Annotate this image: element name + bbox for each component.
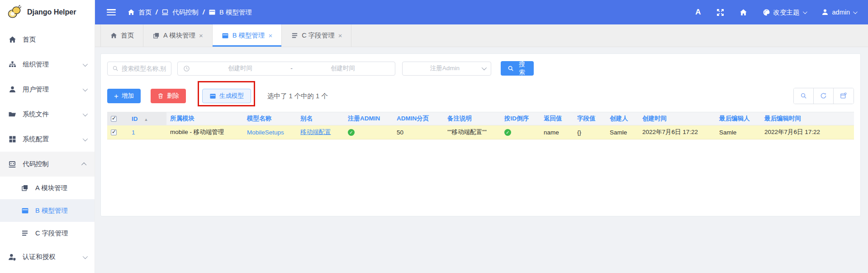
header-last-editor[interactable]: 最后编辑人 [716,112,761,125]
delete-button-label: 删除 [167,92,179,100]
table-refresh-button[interactable] [814,88,834,104]
select-all-cell [107,112,128,125]
chevron-down-icon [83,86,88,91]
columns-icon [840,92,847,100]
tab-bar: 首页 A 模块管理 B 模型管理 C 字段管理 [95,24,868,47]
fullscreen-button[interactable] [716,9,724,16]
tab-field-c[interactable]: C 字段管理 [282,24,351,47]
tab-label: B 模型管理 [232,31,265,40]
row-field-value: {} [574,125,606,139]
header-return-value[interactable]: 返回值 [540,112,574,125]
sidebar-item-label: C 字段管理 [35,229,68,238]
model-list-card: 创建时间 - 创建时间 注册Admin 搜索 [100,53,861,216]
table-header-row: ID▲ 所属模块 模型名称 别名 注册ADMIN ADMIN分页 备注说明 按I… [107,112,854,125]
theme-dropdown[interactable]: 改变主题 [763,8,806,17]
table-tools-group [793,88,854,104]
tab-module-a[interactable]: A 模块管理 [143,24,213,47]
table-row[interactable]: 1 mobile - 移动端管理 MobileSetups 移动端配置 50 "… [107,125,854,139]
row-checkbox[interactable] [111,129,117,135]
sidebar-item-auth[interactable]: 认证和授权 [0,244,95,269]
row-remark: ""移动端配置"" [444,125,501,139]
main-area: 首页 / 代码控制 / B 模型管理 A [95,0,868,273]
copy-icon [152,32,160,39]
header-order-desc[interactable]: 按ID倒序 [501,112,540,125]
breadcrumb-separator: / [203,9,204,16]
row-order-desc [501,125,540,139]
sidebar-item-home[interactable]: 首页 [0,27,95,52]
sidebar-item-users[interactable]: 用户管理 [0,77,95,102]
home-button[interactable] [740,9,747,16]
sidebar-item-model-b[interactable]: B 模型管理 [0,199,95,222]
chevron-down-icon [853,10,858,14]
close-tab-icon[interactable] [268,32,272,39]
hamburger-menu-icon[interactable] [107,9,116,15]
close-tab-icon[interactable] [338,32,342,39]
generate-model-wrapper: 生成模型 [202,89,251,103]
row-admin-page: 50 [393,125,444,139]
bee-logo-icon [6,5,23,20]
header-admin-page[interactable]: ADMIN分页 [393,112,444,125]
header-model-name[interactable]: 模型名称 [243,112,297,125]
breadcrumb-code-control[interactable]: 代码控制 [161,8,199,17]
font-size-button[interactable]: A [695,8,701,17]
search-icon [508,65,514,72]
chevron-down-icon [802,10,807,14]
search-button[interactable]: 搜索 [501,61,534,76]
table-search-button[interactable] [794,88,814,104]
user-dropdown[interactable]: admin [821,9,857,16]
top-navbar: 首页 / 代码控制 / B 模型管理 A [95,0,868,24]
chevron-down-icon [482,65,487,70]
model-search-input[interactable] [122,65,166,72]
generate-model-button[interactable]: 生成模型 [202,89,251,103]
window-icon [209,93,216,100]
window-icon [209,9,216,16]
content-area: 创建时间 - 创建时间 注册Admin 搜索 [95,47,868,273]
model-search-box [107,62,171,76]
home-icon [8,36,16,44]
sidebar-item-module-a[interactable]: A 模块管理 [0,177,95,199]
register-admin-select[interactable]: 注册Admin [402,62,491,76]
sidebar-item-files[interactable]: 系统文件 [0,102,95,127]
tab-model-b[interactable]: B 模型管理 [213,24,282,47]
date-separator: - [290,65,293,72]
user-icon [8,86,16,94]
sidebar-item-code-control[interactable]: 代码控制 [0,152,95,177]
close-tab-icon[interactable] [199,32,203,39]
tab-home[interactable]: 首页 [100,24,143,47]
select-all-checkbox[interactable] [111,116,117,122]
header-id[interactable]: ID▲ [128,112,166,125]
add-button[interactable]: 增加 [107,89,141,103]
breadcrumb: 首页 / 代码控制 / B 模型管理 [128,8,252,17]
row-return-value: name [540,125,574,139]
row-created-at: 2022年7月6日 17:22 [639,125,716,139]
fullscreen-icon [716,9,724,16]
header-created-at[interactable]: 创建时间 [639,112,716,125]
row-last-edited-at: 2022年7月6日 17:22 [761,125,854,139]
breadcrumb-model-b[interactable]: B 模型管理 [209,8,252,17]
row-id-link[interactable]: 1 [132,129,135,136]
chevron-down-icon [83,111,88,116]
created-date-range-picker[interactable]: 创建时间 - 创建时间 [177,62,395,76]
sidebar-item-label: 认证和授权 [23,253,56,261]
row-alias-link[interactable]: 移动端配置 [300,129,331,135]
sidebar-item-org[interactable]: 组织管理 [0,52,95,77]
header-remark[interactable]: 备注说明 [444,112,501,125]
header-register-admin[interactable]: 注册ADMIN [344,112,393,125]
header-alias[interactable]: 别名 [297,112,344,125]
sidebar-item-label: 系统文件 [23,110,49,119]
tab-label: 首页 [121,31,134,40]
sidebar-item-field-c[interactable]: C 字段管理 [0,222,95,244]
header-last-edited-at[interactable]: 最后编辑时间 [761,112,854,125]
sidebar-item-config[interactable]: 系统配置 [0,127,95,152]
table-columns-button[interactable] [834,88,854,104]
row-model-name-link[interactable]: MobileSetups [247,129,284,136]
breadcrumb-home[interactable]: 首页 [128,8,152,17]
header-module[interactable]: 所属模块 [166,112,243,125]
header-creator[interactable]: 创建人 [606,112,639,125]
header-field-value[interactable]: 字段值 [574,112,606,125]
filter-row: 创建时间 - 创建时间 注册Admin 搜索 [107,61,854,76]
chevron-down-icon [83,254,88,259]
row-register-admin [344,125,393,139]
delete-button[interactable]: 删除 [151,89,186,103]
home-icon [128,9,135,16]
